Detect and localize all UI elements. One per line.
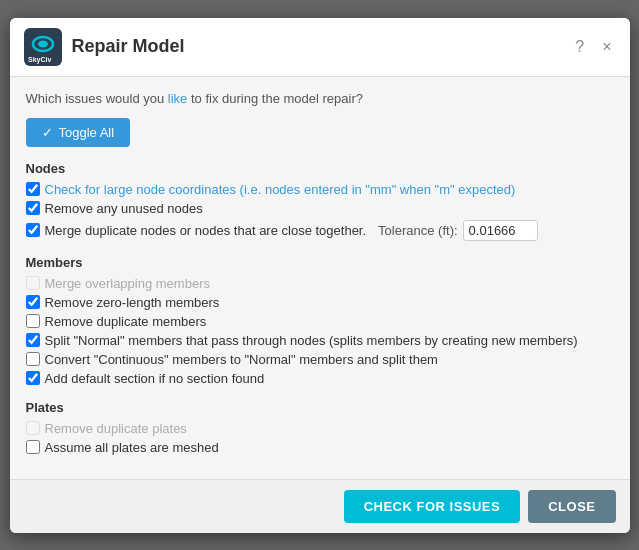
merge-nodes-label[interactable]: Merge duplicate nodes or nodes that are …: [45, 223, 367, 238]
add-default-section-label[interactable]: Add default section if no section found: [45, 371, 265, 386]
header-icons: ? ×: [571, 36, 615, 58]
option-add-default-section: Add default section if no section found: [26, 371, 614, 386]
checkmark-icon: ✓: [42, 125, 53, 140]
option-large-node: Check for large node coordinates (i.e. n…: [26, 182, 614, 197]
nodes-section-title: Nodes: [26, 161, 614, 176]
add-default-section-checkbox[interactable]: [26, 371, 40, 385]
option-split-normal: Split "Normal" members that pass through…: [26, 333, 614, 348]
option-assume-meshed: Assume all plates are meshed: [26, 440, 614, 455]
members-section-title: Members: [26, 255, 614, 270]
remove-duplicate-members-label[interactable]: Remove duplicate members: [45, 314, 207, 329]
dialog-header: SkyCiv Repair Model ? ×: [10, 18, 630, 77]
option-merge-nodes: Merge duplicate nodes or nodes that are …: [26, 220, 614, 241]
dialog-close-button[interactable]: ×: [598, 36, 615, 58]
svg-point-2: [38, 40, 48, 47]
assume-meshed-checkbox[interactable]: [26, 440, 40, 454]
option-remove-zerolength: Remove zero-length members: [26, 295, 614, 310]
repair-model-dialog: SkyCiv Repair Model ? × Which issues wou…: [10, 18, 630, 533]
plates-section: Plates Remove duplicate plates Assume al…: [26, 400, 614, 455]
option-convert-continuous: Convert "Continuous" members to "Normal"…: [26, 352, 614, 367]
merge-members-label[interactable]: Merge overlapping members: [45, 276, 210, 291]
remove-zerolength-label[interactable]: Remove zero-length members: [45, 295, 220, 310]
merge-nodes-checkbox[interactable]: [26, 223, 40, 237]
option-remove-duplicate-members: Remove duplicate members: [26, 314, 614, 329]
split-normal-label[interactable]: Split "Normal" members that pass through…: [45, 333, 578, 348]
dialog-footer: CHECK FOR ISSUES CLOSE: [10, 479, 630, 533]
remove-duplicate-plates-label[interactable]: Remove duplicate plates: [45, 421, 187, 436]
merge-members-checkbox[interactable]: [26, 276, 40, 290]
large-node-checkbox[interactable]: [26, 182, 40, 196]
option-unused-nodes: Remove any unused nodes: [26, 201, 614, 216]
close-button[interactable]: CLOSE: [528, 490, 615, 523]
skyciv-logo: SkyCiv: [24, 28, 62, 66]
unused-nodes-label[interactable]: Remove any unused nodes: [45, 201, 203, 216]
option-merge-members: Merge overlapping members: [26, 276, 614, 291]
option-remove-duplicate-plates: Remove duplicate plates: [26, 421, 614, 436]
subtitle: Which issues would you like to fix durin…: [26, 91, 614, 106]
subtitle-link[interactable]: like: [168, 91, 188, 106]
unused-nodes-checkbox[interactable]: [26, 201, 40, 215]
dialog-body: Which issues would you like to fix durin…: [10, 77, 630, 479]
convert-continuous-label[interactable]: Convert "Continuous" members to "Normal"…: [45, 352, 438, 367]
remove-duplicate-members-checkbox[interactable]: [26, 314, 40, 328]
help-button[interactable]: ?: [571, 36, 588, 58]
toggle-all-label: Toggle All: [59, 125, 115, 140]
check-for-issues-button[interactable]: CHECK FOR ISSUES: [344, 490, 521, 523]
nodes-section: Nodes Check for large node coordinates (…: [26, 161, 614, 241]
assume-meshed-label[interactable]: Assume all plates are meshed: [45, 440, 219, 455]
remove-duplicate-plates-checkbox[interactable]: [26, 421, 40, 435]
dialog-title: Repair Model: [72, 36, 572, 57]
plates-section-title: Plates: [26, 400, 614, 415]
large-node-label[interactable]: Check for large node coordinates (i.e. n…: [45, 182, 516, 197]
convert-continuous-checkbox[interactable]: [26, 352, 40, 366]
svg-text:SkyCiv: SkyCiv: [28, 56, 51, 64]
tolerance-input[interactable]: [463, 220, 538, 241]
members-section: Members Merge overlapping members Remove…: [26, 255, 614, 386]
toggle-all-button[interactable]: ✓ Toggle All: [26, 118, 131, 147]
split-normal-checkbox[interactable]: [26, 333, 40, 347]
remove-zerolength-checkbox[interactable]: [26, 295, 40, 309]
tolerance-label: Tolerance (ft):: [371, 223, 457, 238]
